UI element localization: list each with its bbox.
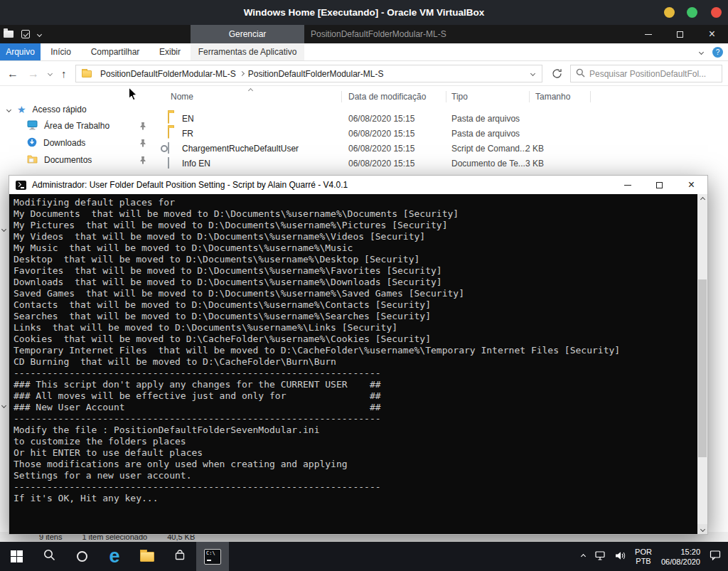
column-header-nome[interactable]: Nome bbox=[171, 92, 193, 102]
help-button[interactable] bbox=[712, 47, 723, 58]
breadcrumb-separator-icon bbox=[240, 71, 245, 76]
sidebar-item-label: Documentos bbox=[44, 155, 92, 165]
console-output: Modifiying default places for My Documen… bbox=[9, 194, 697, 534]
network-icon[interactable] bbox=[594, 550, 606, 563]
column-header-tipo[interactable]: Tipo bbox=[451, 92, 468, 102]
file-explorer-icon bbox=[140, 552, 154, 562]
tab-inicio[interactable]: Início bbox=[41, 43, 81, 60]
folder-icon bbox=[168, 113, 169, 123]
folder-icon bbox=[168, 128, 169, 138]
vm-maximize-button[interactable] bbox=[687, 7, 697, 18]
file-row-fr[interactable]: FR 06/08/2020 15:15 Pasta de arquivos bbox=[164, 126, 728, 141]
recent-locations-chevron-icon[interactable] bbox=[48, 71, 53, 76]
tab-ferramentas-de-aplicativo[interactable]: Ferramentas de Aplicativo bbox=[191, 43, 304, 60]
column-header-data-de-modificacao[interactable]: Data de modificação bbox=[348, 92, 426, 102]
expand-ribbon-chevron-icon[interactable] bbox=[699, 50, 704, 55]
address-folder-icon bbox=[82, 70, 92, 78]
volume-icon[interactable] bbox=[615, 550, 626, 563]
sidebar-item-label: Downloads bbox=[43, 138, 85, 148]
taskbar-clock[interactable]: 15:20 06/08/2020 bbox=[661, 547, 700, 567]
explorer-window-controls bbox=[632, 25, 728, 43]
console-text: Modifiying default places for My Documen… bbox=[14, 197, 697, 504]
breadcrumb-item[interactable]: PositionDefaultFolderModular-ML-S bbox=[97, 69, 240, 79]
console-titlebar[interactable]: Administrador: User Folder Default Posit… bbox=[9, 176, 707, 194]
back-button[interactable]: ← bbox=[7, 68, 18, 80]
language-indicator[interactable]: POR PTB bbox=[635, 548, 652, 566]
quick-access-chevron-icon[interactable] bbox=[6, 107, 11, 112]
edge-button[interactable] bbox=[98, 542, 131, 571]
address-bar[interactable]: PositionDefaultFolderModular-ML-S Positi… bbox=[75, 65, 542, 82]
close-button[interactable] bbox=[696, 25, 728, 43]
cmd-icon bbox=[204, 549, 221, 565]
console-window-title: Administrador: User Folder Default Posit… bbox=[32, 180, 348, 190]
search-box[interactable] bbox=[570, 65, 722, 82]
cmd-icon bbox=[16, 181, 26, 190]
pin-icon[interactable] bbox=[139, 139, 146, 149]
console-maximize-button[interactable] bbox=[643, 176, 675, 194]
console-scrollbar[interactable] bbox=[697, 194, 707, 534]
cortana-button[interactable] bbox=[65, 542, 98, 571]
taskbar: POR PTB 15:20 06/08/2020 bbox=[0, 542, 728, 571]
vm-close-button[interactable] bbox=[711, 7, 722, 18]
file-row-chargementruchedefaultuser[interactable]: ChargementRucheDefaultUser 06/08/2020 15… bbox=[164, 141, 728, 156]
file-row-en[interactable]: EN 06/08/2020 15:15 Pasta de arquivos bbox=[164, 111, 728, 126]
downloads-icon bbox=[27, 137, 37, 149]
ribbon-tab-strip: Arquivo Início Compartilhar Exibir Ferra… bbox=[0, 43, 728, 61]
quick-access-label: Acesso rápido bbox=[33, 105, 87, 114]
search-icon bbox=[576, 68, 585, 80]
sidebar-item-label: Área de Trabalho bbox=[44, 121, 109, 131]
tab-arquivo[interactable]: Arquivo bbox=[0, 43, 41, 60]
taskbar-search-button[interactable] bbox=[33, 542, 65, 571]
address-dropdown-chevron-icon[interactable] bbox=[530, 71, 535, 76]
manage-contextual-tab[interactable]: Gerenciar bbox=[191, 25, 304, 43]
windows-logo-icon bbox=[11, 550, 23, 562]
scroll-up-arrow-icon[interactable] bbox=[697, 194, 707, 204]
maximize-button[interactable] bbox=[664, 25, 696, 43]
sort-ascending-chevron-icon bbox=[248, 88, 253, 93]
desktop-icon bbox=[27, 120, 38, 132]
search-icon bbox=[43, 549, 55, 564]
script-file-icon bbox=[168, 143, 169, 153]
file-list-header: Nome Data de modificação Tipo Tamanho bbox=[164, 86, 728, 107]
start-button[interactable] bbox=[0, 542, 33, 571]
virtualbox-titlebar: Windows Home [Executando] - Oracle VM Vi… bbox=[0, 0, 728, 25]
console-close-button[interactable] bbox=[675, 176, 707, 194]
sidebar-item-area-de-trabalho[interactable]: Área de Trabalho bbox=[0, 117, 164, 134]
edge-icon bbox=[109, 547, 119, 566]
forward-button[interactable]: → bbox=[28, 68, 39, 80]
pin-icon[interactable] bbox=[139, 156, 146, 166]
explorer-titlebar: Gerenciar PositionDefaultFolderModular-M… bbox=[0, 25, 728, 43]
properties-icon[interactable] bbox=[21, 30, 30, 38]
tab-exibir[interactable]: Exibir bbox=[149, 43, 191, 60]
address-bar-row: ← → ↑ PositionDefaultFolderModular-ML-S … bbox=[0, 61, 728, 86]
tab-compartilhar[interactable]: Compartilhar bbox=[81, 43, 149, 60]
sidebar-quick-access[interactable]: Acesso rápido bbox=[0, 102, 164, 117]
store-button[interactable] bbox=[164, 542, 196, 571]
breadcrumb-item[interactable]: PositionDefaultFolderModular-ML-S bbox=[245, 69, 387, 79]
vm-minimize-button[interactable] bbox=[664, 7, 675, 18]
store-icon bbox=[174, 550, 186, 564]
console-window: Administrador: User Folder Default Posit… bbox=[9, 175, 708, 535]
sidebar-item-documentos[interactable]: Documentos bbox=[0, 151, 164, 169]
file-row-info-en[interactable]: Info EN 06/08/2020 15:15 Documento de Te… bbox=[164, 156, 728, 171]
pin-icon[interactable] bbox=[139, 122, 146, 132]
file-explorer-button[interactable] bbox=[131, 542, 164, 571]
scrollbar-thumb[interactable] bbox=[698, 279, 707, 457]
refresh-button[interactable] bbox=[552, 68, 562, 82]
minimize-button[interactable] bbox=[632, 25, 664, 43]
vm-window-title: Windows Home [Executando] - Oracle VM Vi… bbox=[0, 0, 728, 25]
cortana-icon bbox=[77, 551, 87, 562]
console-minimize-button[interactable] bbox=[611, 176, 643, 194]
quick-access-star-icon bbox=[17, 105, 26, 114]
hidden-icons-chevron-icon[interactable] bbox=[581, 554, 586, 559]
action-center-icon[interactable] bbox=[710, 550, 721, 563]
up-button[interactable]: ↑ bbox=[61, 68, 67, 80]
column-header-tamanho[interactable]: Tamanho bbox=[535, 92, 570, 102]
customize-toolbar-chevron-icon[interactable] bbox=[37, 31, 42, 36]
search-input[interactable] bbox=[589, 69, 717, 79]
documents-icon bbox=[27, 154, 38, 166]
text-document-icon bbox=[168, 158, 169, 168]
sidebar-item-downloads[interactable]: Downloads bbox=[0, 134, 164, 151]
scroll-down-arrow-icon[interactable] bbox=[697, 524, 707, 534]
console-taskbar-button[interactable] bbox=[196, 542, 229, 571]
